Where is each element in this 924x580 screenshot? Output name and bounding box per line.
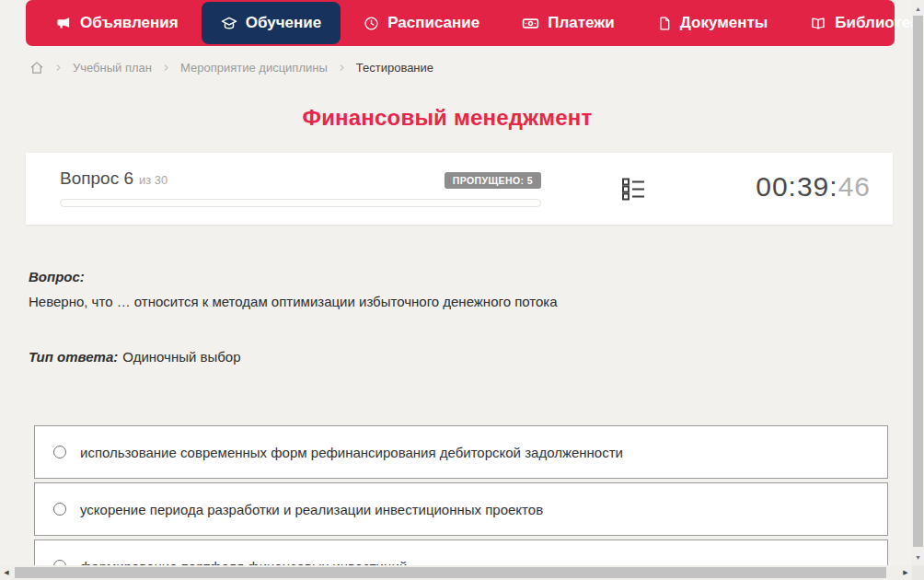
scroll-down-arrow-icon[interactable]: ▼ [912,551,924,563]
question-number: Вопрос 6 [60,168,133,188]
document-icon [657,16,672,31]
answer-type-row: Тип ответа:Одиночный выбор [29,349,866,365]
question-text: Неверно, что … относится к методам оптим… [29,293,866,311]
answer-options: использование современных форм рефинанси… [34,425,888,580]
vertical-scrollbar[interactable]: ▲ ▼ [912,0,924,565]
nav-item-learning[interactable]: Обучение [202,2,341,44]
question-block: Вопрос: Неверно, что … относится к метод… [29,269,866,365]
clock-icon [364,16,379,31]
chevron-right-icon [54,64,63,72]
book-icon [810,16,826,31]
breadcrumb-item-study-plan[interactable]: Учебный план [73,61,152,75]
answer-type-label: Тип ответа: [29,349,118,365]
answer-option-label: ускорение периода разработки и реализаци… [80,502,543,517]
answer-option-2[interactable]: ускорение периода разработки и реализаци… [34,482,888,536]
nav-item-label: Библиотека [835,14,924,32]
quiz-header-card: Вопрос 6из 30 ПРОПУЩЕНО: 5 00:39:46 [26,153,893,225]
timer-seconds: 46 [838,171,871,202]
home-icon[interactable] [29,61,44,75]
timer-minutes: 00:39: [756,171,837,202]
progress-bar [60,199,541,207]
question-heading: Вопрос: [29,269,866,284]
scroll-left-arrow-icon[interactable]: ◀ [0,565,13,580]
scrollbar-corner [912,565,924,580]
page-title: Финансовый менеджмент [0,105,895,131]
horizontal-scrollbar[interactable]: ◀ ▶ [0,565,912,580]
megaphone-icon [56,16,72,31]
breadcrumb-item-discipline-event[interactable]: Мероприятие дисциплины [180,61,328,75]
nav-item-documents[interactable]: Документы [638,2,788,44]
question-list-icon[interactable] [621,177,646,205]
top-navigation: Объявления Обучение Расписание Платежи Д… [26,0,895,46]
answer-option-label: использование современных форм рефинанси… [80,445,623,460]
timer: 00:39:46 [756,171,871,203]
chevron-right-icon [162,64,170,72]
skipped-badge: ПРОПУЩЕНО: 5 [445,172,541,190]
nav-item-label: Документы [680,14,768,32]
scroll-right-arrow-icon[interactable]: ▶ [899,565,912,580]
answer-type-value: Одиночный выбор [122,349,240,365]
graduation-cap-icon [221,15,237,31]
nav-item-announcements[interactable]: Объявления [37,2,198,44]
cash-icon [522,15,539,32]
nav-item-payments[interactable]: Платежи [502,2,634,44]
radio-button[interactable] [53,446,66,458]
breadcrumb-item-testing: Тестирование [356,61,433,75]
nav-item-schedule[interactable]: Расписание [344,2,499,44]
horizontal-scrollbar-thumb[interactable] [15,567,886,578]
radio-button[interactable] [53,503,66,516]
question-progress-group: Вопрос 6из 30 ПРОПУЩЕНО: 5 [60,168,541,207]
breadcrumb: Учебный план Мероприятие дисциплины Тест… [29,58,433,76]
question-counter: Вопрос 6из 30 [60,168,167,189]
nav-item-label: Расписание [387,14,479,32]
vertical-scrollbar-thumb[interactable] [913,16,923,547]
nav-item-label: Обучение [246,14,321,32]
answer-option-1[interactable]: использование современных форм рефинанси… [34,425,888,479]
scroll-up-arrow-icon[interactable]: ▲ [912,2,924,15]
nav-item-library[interactable]: Библиотека [791,2,924,44]
nav-item-label: Платежи [548,14,615,32]
question-total: из 30 [139,173,167,187]
nav-item-label: Объявления [80,14,179,32]
chevron-right-icon [338,64,346,72]
